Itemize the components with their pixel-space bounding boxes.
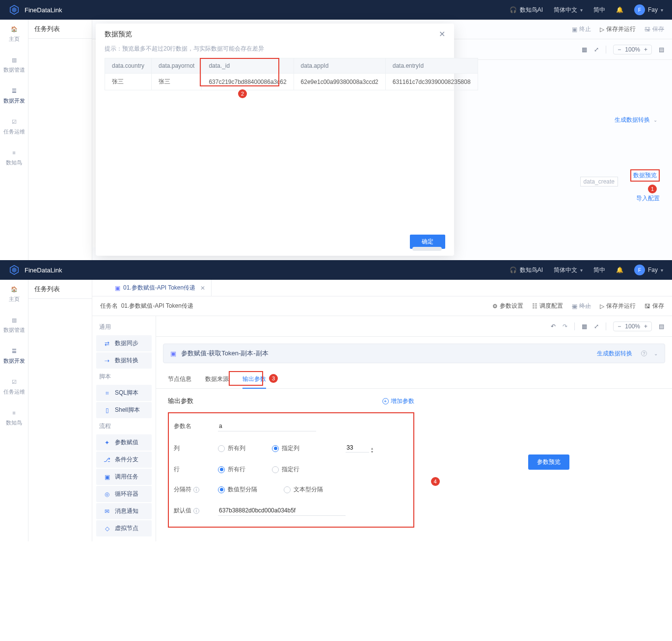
user-menu[interactable]: FFay▾ bbox=[634, 4, 663, 15]
tool-sched[interactable]: ☷ 调度配置 bbox=[532, 302, 563, 310]
radio-specrow[interactable]: 指定行 bbox=[272, 465, 299, 474]
param-preview-button[interactable]: 参数预览 bbox=[528, 454, 569, 470]
nav-home[interactable]: 🏠主页 bbox=[9, 25, 20, 43]
grid-icon[interactable]: ▤ bbox=[659, 46, 664, 53]
tool-saverun[interactable]: ▷ 保存并运行 bbox=[600, 25, 636, 33]
expand-icon[interactable]: ⤢ bbox=[594, 46, 599, 53]
node-transform[interactable]: ⇢数据转换 bbox=[96, 352, 152, 369]
data-preview-link[interactable]: 数据预览 bbox=[633, 172, 657, 179]
close-icon[interactable]: ✕ bbox=[439, 29, 445, 39]
radio-speccol[interactable]: 指定列 bbox=[272, 444, 299, 453]
nav-ops[interactable]: ☑任务运维 bbox=[3, 377, 25, 396]
info-icon[interactable]: ? bbox=[641, 350, 647, 356]
node-notify[interactable]: ✉消息通知 bbox=[96, 503, 152, 519]
preview-area: 参数预览 bbox=[426, 389, 672, 535]
redo-icon[interactable]: ↷ bbox=[563, 323, 567, 330]
nav-develop[interactable]: ☰数据开发 bbox=[3, 347, 25, 365]
field-chip: data_create bbox=[580, 177, 618, 187]
tool-param[interactable]: ⚙ 参数设置 bbox=[492, 302, 523, 310]
info-icon[interactable]: i bbox=[193, 508, 199, 514]
col-entryid: data.entryId bbox=[385, 58, 478, 74]
stepper[interactable]: ▴▾ bbox=[371, 447, 373, 454]
ai-link[interactable]: 🎧数知鸟AI bbox=[510, 6, 543, 14]
zoom-control[interactable]: −100%+ bbox=[613, 321, 652, 331]
modal-tip: 提示：预览最多不超过20行数据，与实际数据可能会存在差异 bbox=[96, 45, 454, 58]
tabs: ▣ 01.参数赋值-API Token传递 ✕ bbox=[92, 280, 672, 296]
gen-transform-link[interactable]: 生成数据转换 ⌄ bbox=[615, 116, 657, 124]
nav-bird[interactable]: ≡数知鸟 bbox=[6, 408, 22, 427]
nav-pipeline[interactable]: ▥数据管道 bbox=[3, 55, 25, 74]
bell-icon[interactable]: 🔔 bbox=[616, 6, 623, 13]
nav-home[interactable]: 🏠主页 bbox=[9, 285, 20, 303]
radio-allrow[interactable]: 所有行 bbox=[218, 465, 245, 474]
bell-icon[interactable]: 🔔 bbox=[616, 267, 623, 273]
node-virtual[interactable]: ◇虚拟节点 bbox=[96, 520, 152, 536]
logo-icon bbox=[9, 4, 20, 15]
label-paramname: 参数名 bbox=[174, 422, 203, 430]
lang-switch[interactable]: 简体中文▾ bbox=[554, 266, 583, 274]
radio-txtsep[interactable]: 文本型分隔 bbox=[284, 485, 323, 494]
org[interactable]: 简中 bbox=[593, 6, 605, 14]
left-nav: 🏠主页 ▥数据管道 ☰数据开发 ☑任务运维 ≡数知鸟 bbox=[0, 280, 28, 541]
tab-nodeinfo[interactable]: 节点信息 bbox=[168, 370, 191, 388]
brand: FineDataLink bbox=[25, 6, 62, 14]
toolbar: ⚙ 参数设置 ☷ 调度配置 ▣ 终止 ▷ 保存并运行 🖫 保存 bbox=[492, 302, 664, 310]
node-call[interactable]: ▣调用任务 bbox=[96, 469, 152, 485]
user-menu[interactable]: FFay▾ bbox=[634, 265, 663, 275]
nav-develop[interactable]: ☰数据开发 bbox=[3, 86, 25, 105]
nav-pipeline[interactable]: ▥数据管道 bbox=[3, 316, 25, 334]
sub-tabs: 节点信息 数据来源 输出参数 3 bbox=[156, 370, 672, 389]
node-sync[interactable]: ⇄数据同步 bbox=[96, 335, 152, 351]
gen-transform-link[interactable]: 生成数据转换 bbox=[597, 349, 632, 358]
node-shell[interactable]: ▯Shell脚本 bbox=[96, 402, 152, 418]
expand-icon[interactable]: ⤢ bbox=[594, 323, 599, 330]
topbar: FineDataLink 🎧数知鸟AI 简体中文▾ 简中 🔔 FFay▾ bbox=[0, 260, 672, 280]
form-title: 输出参数 bbox=[168, 397, 193, 405]
node-sql[interactable]: ⌗SQL脚本 bbox=[96, 385, 152, 401]
param-name-input[interactable] bbox=[218, 421, 316, 431]
ai-link[interactable]: 🎧数知鸟AI bbox=[510, 266, 543, 274]
preview-table: data.country data.payornot data._id data… bbox=[105, 58, 478, 90]
org[interactable]: 简中 bbox=[593, 266, 605, 274]
add-param-button[interactable]: +增加参数 bbox=[382, 397, 414, 405]
undo-icon[interactable]: ↶ bbox=[551, 323, 556, 330]
grid-icon[interactable]: ▤ bbox=[659, 323, 664, 330]
col-num-input[interactable] bbox=[346, 443, 369, 453]
close-tab-icon[interactable]: ✕ bbox=[200, 285, 205, 292]
tool-stop[interactable]: ▣ 终止 bbox=[572, 302, 591, 310]
radio-allcol[interactable]: 所有列 bbox=[218, 444, 245, 453]
nav-ops[interactable]: ☑任务运维 bbox=[3, 117, 25, 135]
tool-saverun[interactable]: ▷ 保存并运行 bbox=[600, 302, 636, 310]
tab-output[interactable]: 输出参数 bbox=[242, 370, 266, 388]
tab-source[interactable]: 数据来源 bbox=[205, 370, 229, 388]
radio-numsep[interactable]: 数值型分隔 bbox=[218, 485, 257, 494]
node-param[interactable]: ✦参数赋值 bbox=[96, 434, 152, 451]
default-value-input[interactable] bbox=[218, 506, 346, 516]
task-list-title: 任务列表 bbox=[28, 280, 92, 299]
zoom-control[interactable]: −100%+ bbox=[613, 45, 652, 54]
left-nav: 🏠主页 ▥数据管道 ☰数据开发 ☑任务运维 ≡数知鸟 bbox=[0, 20, 28, 260]
node-loop[interactable]: ◎循环容器 bbox=[96, 486, 152, 502]
tab-task[interactable]: ▣ 01.参数赋值-API Token传递 ✕ bbox=[109, 280, 212, 296]
brand: FineDataLink bbox=[25, 267, 62, 274]
data-preview-modal: 数据预览 ✕ 提示：预览最多不超过20行数据，与实际数据可能会存在差异 data… bbox=[96, 24, 454, 256]
tool-save[interactable]: 🖫 保存 bbox=[645, 302, 664, 310]
node-branch[interactable]: ⎇条件分支 bbox=[96, 452, 152, 468]
node-palette: 通用 ⇄数据同步 ⇢数据转换 脚本 ⌗SQL脚本 ▯Shell脚本 流程 ✦参数… bbox=[92, 316, 156, 541]
layout-icon[interactable]: ▦ bbox=[582, 323, 587, 330]
import-config-link[interactable]: 导入配置 bbox=[630, 194, 660, 203]
svg-marker-3 bbox=[12, 267, 16, 273]
output-form: 输出参数 +增加参数 参数名 列 所有列 bbox=[156, 389, 426, 535]
tool-stop[interactable]: ▣ 终止 bbox=[572, 25, 591, 33]
lang-switch[interactable]: 简体中文▾ bbox=[554, 6, 583, 14]
layout-icon[interactable]: ▦ bbox=[582, 46, 587, 53]
nav-bird[interactable]: ≡数知鸟 bbox=[6, 148, 22, 166]
task-list: 任务列表 bbox=[28, 20, 92, 260]
col-appid: data.appId bbox=[294, 58, 385, 74]
table-row: 张三 张三 637c219c7bd88400086a3c62 62e9e1c00… bbox=[105, 74, 478, 90]
tool-save[interactable]: 🖫 保存 bbox=[645, 25, 664, 33]
info-icon[interactable]: i bbox=[193, 487, 199, 493]
toolbar: ▣ 终止 ▷ 保存并运行 🖫 保存 bbox=[572, 25, 664, 33]
col-id: data._id bbox=[202, 58, 294, 74]
svg-marker-1 bbox=[12, 7, 16, 13]
